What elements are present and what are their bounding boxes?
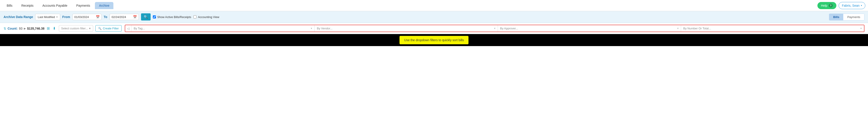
count-row: ⇅ Count: 93 ▶ $135,746.38 ⊞ ⬇ Select cus… [0, 23, 868, 34]
date-range-value: Last Modified [38, 15, 55, 19]
accounting-view-checkbox-area: Accounting View [193, 15, 219, 19]
tooltip-area: Use the dropdown filters to quickly sort… [0, 34, 868, 46]
bills-payments-toggle: Bills Payments [829, 13, 864, 21]
tab-bar: Bills Receipts Accounts Payable Payments… [0, 0, 868, 11]
create-filter-label: Create Filter [103, 27, 119, 30]
search-mini-icon: 🔍 [98, 27, 102, 30]
tab-bills[interactable]: Bills [3, 2, 17, 9]
count-value: 93 [19, 27, 23, 30]
help-button[interactable]: Help ? [817, 2, 836, 9]
chevron-down-icon: ▾ [677, 27, 679, 30]
chevron-down-icon: ▾ [861, 4, 862, 7]
by-tag-dropdown[interactable]: By Tag... ▾ [131, 25, 314, 32]
chevron-down-icon: ▾ [861, 27, 862, 30]
from-label: From [62, 15, 70, 19]
show-active-label: Show Active Bills/Receipts [157, 15, 191, 19]
tooltip-text: Use the dropdown filters to quickly sort… [404, 38, 464, 42]
accounting-view-label: Accounting View [198, 15, 219, 19]
chevron-down-icon: ▾ [311, 27, 312, 30]
to-label: To [104, 15, 107, 19]
user-menu-button[interactable]: Fabris, Sean ▾ [839, 2, 865, 9]
count-area: ⇅ Count: 93 ▶ $135,746.38 ⊞ ⬇ [4, 26, 57, 31]
help-icon: ? [829, 4, 833, 7]
payments-toggle-button[interactable]: Payments [843, 14, 864, 20]
help-label: Help [821, 4, 828, 7]
filter-row: Archive Data Range Last Modified ▾ From … [0, 11, 868, 23]
show-active-checkbox-area: Show Active Bills/Receipts [153, 15, 191, 19]
show-active-checkbox[interactable] [153, 15, 156, 19]
chevron-down-icon: ▾ [494, 27, 495, 30]
tab-receipts[interactable]: Receipts [18, 2, 37, 9]
date-range-select[interactable]: Last Modified ▾ [35, 14, 60, 20]
right-actions: Help ? Fabris, Sean ▾ [817, 2, 865, 9]
bills-toggle-button[interactable]: Bills [829, 14, 843, 20]
by-tag-label: By Tag... [134, 27, 145, 30]
grid-icon-button[interactable]: ⊞ [46, 26, 51, 31]
create-filter-button[interactable]: 🔍 Create Filter [95, 25, 122, 32]
back-arrow-button[interactable]: ◁ [125, 25, 131, 32]
tab-payments[interactable]: Payments [72, 2, 94, 9]
by-approver-dropdown[interactable]: By Approver... ▾ [498, 25, 681, 32]
user-name: Fabris, Sean [842, 4, 860, 7]
to-date-input[interactable] [112, 15, 132, 19]
calendar-icon[interactable]: 📅 [96, 15, 100, 19]
chevron-down-icon: ▾ [89, 27, 91, 30]
by-number-total-dropdown[interactable]: By Number Or Total... ▾ [681, 25, 864, 32]
custom-filter-placeholder: Select custom filter... [61, 27, 88, 30]
from-date-input[interactable] [74, 15, 94, 19]
download-icon-button[interactable]: ⬇ [52, 26, 57, 31]
custom-filter-select[interactable]: Select custom filter... ▾ [59, 25, 93, 32]
search-icon: 🔍 [144, 15, 148, 19]
dropdown-filters-wrapper: ◁ By Tag... ▾ By Vendor... ▾ By Approver… [125, 25, 864, 32]
chevron-down-icon: ▾ [56, 15, 58, 19]
archive-data-range-label: Archive Data Range [4, 15, 33, 19]
tooltip-box: Use the dropdown filters to quickly sort… [400, 36, 468, 44]
tab-accounts-payable[interactable]: Accounts Payable [38, 2, 71, 9]
search-button[interactable]: 🔍 [141, 13, 151, 21]
count-label: Count: [7, 27, 18, 30]
accounting-view-checkbox[interactable] [193, 15, 196, 19]
tab-archive[interactable]: Archive [95, 2, 114, 9]
calendar-icon-to[interactable]: 📅 [133, 15, 137, 19]
sort-icon: ⇅ [4, 27, 6, 30]
by-number-total-label: By Number Or Total... [683, 27, 711, 30]
from-date-input-wrap: 📅 [72, 14, 102, 20]
by-vendor-label: By Vendor... [317, 27, 332, 30]
to-date-input-wrap: 📅 [110, 14, 139, 20]
by-approver-label: By Approver... [500, 27, 518, 30]
by-vendor-dropdown[interactable]: By Vendor... ▾ [314, 25, 497, 32]
arrow-right-icon: ▶ [24, 27, 26, 30]
total-amount: $135,746.38 [27, 27, 44, 30]
tabs-container: Bills Receipts Accounts Payable Payments… [3, 2, 817, 9]
